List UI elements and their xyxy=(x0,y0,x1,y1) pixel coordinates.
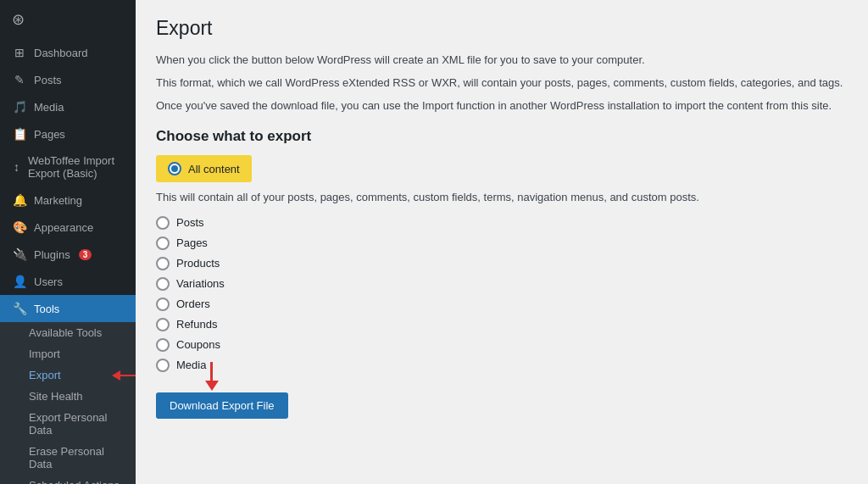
main-content: Export When you click the button below W… xyxy=(136,0,868,484)
refunds-radio[interactable] xyxy=(156,318,170,331)
users-icon: 👤 xyxy=(12,275,27,288)
all-content-label: All content xyxy=(188,163,240,175)
sidebar-item-label: Tools xyxy=(34,303,59,315)
tools-submenu: Available Tools Import Export Site Healt… xyxy=(0,322,136,484)
products-label: Products xyxy=(176,257,220,270)
posts-label: Posts xyxy=(176,216,204,229)
export-option-variations[interactable]: Variations xyxy=(156,277,848,291)
sidebar-item-label: Posts xyxy=(34,74,62,86)
marketing-icon: 🔔 xyxy=(12,193,27,207)
wordpress-icon: ⊛ xyxy=(12,10,25,29)
appearance-icon: 🎨 xyxy=(12,220,27,234)
sidebar-item-tools[interactable]: 🔧 Tools xyxy=(0,295,136,322)
orders-radio[interactable] xyxy=(156,298,170,311)
desc3: Once you've saved the download file, you… xyxy=(156,97,848,115)
sidebar-item-label: Dashboard xyxy=(34,47,88,59)
media-icon: 🎵 xyxy=(12,100,27,114)
export-option-media[interactable]: Media xyxy=(156,359,848,372)
desc2: This format, which we call WordPress eXt… xyxy=(156,75,848,92)
export-option-posts[interactable]: Posts xyxy=(156,216,848,230)
sidebar-item-users[interactable]: 👤 Users xyxy=(0,268,136,295)
media-label: Media xyxy=(176,359,206,371)
pages-label: Pages xyxy=(176,236,208,249)
posts-icon: ✎ xyxy=(12,73,27,86)
submenu-import[interactable]: Import xyxy=(0,343,136,364)
sidebar-item-plugins[interactable]: 🔌 Plugins 3 xyxy=(0,241,136,268)
dashboard-icon: ⊞ xyxy=(12,46,27,59)
download-export-button[interactable]: Download Export File xyxy=(156,392,288,419)
submenu-available-tools[interactable]: Available Tools xyxy=(0,322,136,343)
all-content-option[interactable]: All content xyxy=(156,155,252,182)
sidebar-item-label: Appearance xyxy=(34,221,93,234)
arrow-head xyxy=(205,381,219,391)
variations-radio[interactable] xyxy=(156,277,170,291)
sidebar-item-pages[interactable]: 📋 Pages xyxy=(0,120,136,147)
sidebar-item-label: Media xyxy=(34,101,64,114)
variations-label: Variations xyxy=(176,277,225,290)
sidebar-item-marketing[interactable]: 🔔 Marketing xyxy=(0,186,136,214)
export-option-refunds[interactable]: Refunds xyxy=(156,318,848,331)
export-arrow xyxy=(112,370,136,381)
pages-radio[interactable] xyxy=(156,236,170,250)
sidebar-logo: ⊛ xyxy=(0,0,136,39)
sidebar-item-webtoffee[interactable]: ↕ WebToffee Import Export (Basic) xyxy=(0,147,136,186)
submenu-erase-personal-data[interactable]: Erase Personal Data xyxy=(0,441,136,475)
section-title: Choose what to export xyxy=(156,128,848,145)
desc1: When you click the button below WordPres… xyxy=(156,52,848,70)
webtoffee-icon: ↕ xyxy=(12,160,21,174)
sidebar-item-posts[interactable]: ✎ Posts xyxy=(0,66,136,93)
export-option-coupons[interactable]: Coupons xyxy=(156,338,848,352)
submenu-export-personal-data[interactable]: Export Personal Data xyxy=(0,407,136,441)
sidebar-item-label: Marketing xyxy=(34,194,82,207)
download-arrow xyxy=(205,362,219,391)
sidebar-item-label: WebToffee Import Export (Basic) xyxy=(28,154,124,180)
orders-label: Orders xyxy=(176,298,210,310)
submenu-scheduled-actions[interactable]: Scheduled Actions xyxy=(0,475,136,484)
export-option-products[interactable]: Products xyxy=(156,257,848,270)
all-content-desc: This will contain all of your posts, pag… xyxy=(156,189,848,206)
sidebar: ⊛ ⊞ Dashboard ✎ Posts 🎵 Media 📋 Pages ↕ … xyxy=(0,0,136,484)
page-title: Export xyxy=(156,17,848,40)
pages-icon: 📋 xyxy=(12,127,27,141)
submenu-site-health[interactable]: Site Health xyxy=(0,386,136,407)
arrow-body xyxy=(210,362,213,381)
media-radio[interactable] xyxy=(156,359,170,372)
export-option-orders[interactable]: Orders xyxy=(156,298,848,311)
plugins-icon: 🔌 xyxy=(12,248,27,261)
coupons-label: Coupons xyxy=(176,338,220,351)
sidebar-item-label: Users xyxy=(34,275,63,288)
sidebar-item-label: Plugins xyxy=(34,248,70,261)
sidebar-item-media[interactable]: 🎵 Media xyxy=(0,93,136,120)
sidebar-item-dashboard[interactable]: ⊞ Dashboard xyxy=(0,39,136,66)
export-option-pages[interactable]: Pages xyxy=(156,236,848,250)
coupons-radio[interactable] xyxy=(156,338,170,352)
download-btn-wrap: Download Export File xyxy=(156,392,288,419)
plugins-badge: 3 xyxy=(79,249,92,260)
submenu-export[interactable]: Export xyxy=(0,364,136,386)
sidebar-item-label: Pages xyxy=(34,128,65,141)
products-radio[interactable] xyxy=(156,257,170,270)
tools-icon: 🔧 xyxy=(12,302,27,315)
all-content-radio[interactable] xyxy=(168,162,181,175)
posts-radio[interactable] xyxy=(156,216,170,230)
refunds-label: Refunds xyxy=(176,318,217,331)
submenu-export-label: Export xyxy=(29,369,61,381)
sidebar-item-appearance[interactable]: 🎨 Appearance xyxy=(0,214,136,241)
